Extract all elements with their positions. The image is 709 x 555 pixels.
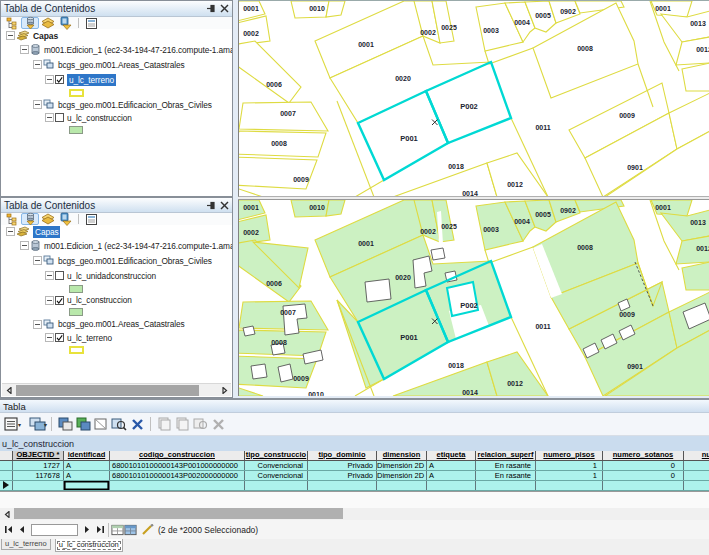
- svg-text:0007: 0007: [280, 110, 296, 117]
- svg-text:0006: 0006: [266, 280, 282, 287]
- svg-text:0011: 0011: [535, 323, 550, 330]
- svg-text:0009: 0009: [293, 176, 309, 183]
- svg-text:0007: 0007: [280, 309, 296, 316]
- svg-text:0008: 0008: [577, 244, 593, 251]
- svg-text:0008: 0008: [271, 140, 287, 147]
- svg-text:0002: 0002: [243, 229, 259, 236]
- svg-text:0003: 0003: [483, 27, 499, 34]
- svg-text:P002: P002: [460, 301, 478, 310]
- svg-text:0003: 0003: [483, 226, 499, 233]
- svg-text:0010: 0010: [309, 204, 325, 211]
- svg-text:0020: 0020: [395, 274, 411, 281]
- svg-text:0014: 0014: [462, 389, 478, 396]
- svg-text:0025: 0025: [441, 223, 457, 230]
- svg-text:0018: 0018: [448, 362, 464, 369]
- svg-text:0001: 0001: [655, 5, 671, 12]
- svg-text:0004: 0004: [514, 19, 530, 26]
- svg-text:0002: 0002: [420, 29, 436, 36]
- svg-text:0901: 0901: [627, 363, 643, 370]
- svg-text:0902: 0902: [560, 8, 576, 15]
- svg-text:0001: 0001: [655, 204, 671, 211]
- svg-text:0013: 0013: [690, 219, 706, 226]
- svg-text:0005: 0005: [535, 211, 551, 218]
- svg-text:0013: 0013: [690, 20, 706, 27]
- svg-text:0001: 0001: [243, 5, 259, 12]
- svg-text:0002: 0002: [243, 30, 259, 37]
- svg-text:0009: 0009: [293, 375, 309, 382]
- svg-text:0012: 0012: [696, 245, 709, 252]
- svg-text:0012: 0012: [507, 181, 523, 188]
- svg-text:0008: 0008: [271, 339, 287, 346]
- svg-text:0902: 0902: [560, 207, 576, 214]
- svg-text:0005: 0005: [535, 12, 551, 19]
- svg-text:0901: 0901: [627, 164, 643, 171]
- svg-text:P001: P001: [400, 333, 418, 342]
- svg-text:0002: 0002: [420, 228, 436, 235]
- svg-text:0001: 0001: [358, 41, 374, 48]
- svg-text:0001: 0001: [358, 240, 374, 247]
- svg-text:0001: 0001: [243, 204, 259, 211]
- svg-text:0006: 0006: [266, 81, 282, 88]
- svg-text:0012: 0012: [507, 380, 523, 387]
- svg-text:0008: 0008: [577, 45, 593, 52]
- svg-text:0020: 0020: [395, 75, 411, 82]
- svg-text:P002: P002: [460, 102, 478, 111]
- svg-text:0010: 0010: [309, 5, 325, 12]
- svg-text:0010: 0010: [308, 391, 324, 397]
- svg-text:0009: 0009: [619, 311, 635, 318]
- svg-text:0004: 0004: [514, 218, 530, 225]
- svg-text:0014: 0014: [462, 190, 478, 197]
- svg-text:0009: 0009: [619, 112, 635, 119]
- svg-text:0025: 0025: [441, 24, 457, 31]
- svg-text:0018: 0018: [448, 163, 464, 170]
- svg-text:0011: 0011: [535, 124, 550, 131]
- svg-text:0012: 0012: [696, 46, 709, 53]
- svg-text:P001: P001: [400, 134, 418, 143]
